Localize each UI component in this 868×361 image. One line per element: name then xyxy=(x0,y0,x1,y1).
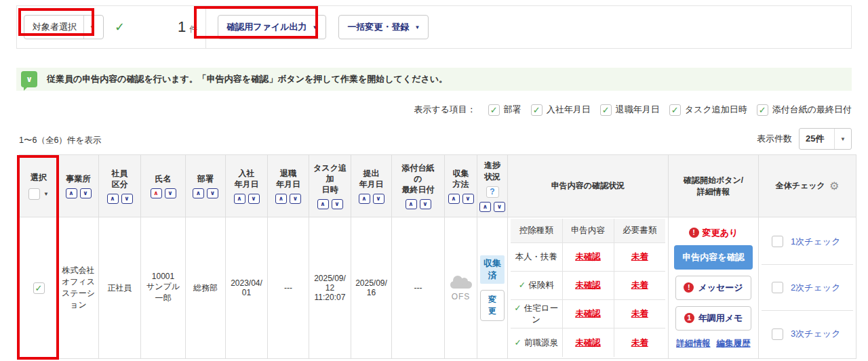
display-option-attachment-date[interactable]: ✓ 添付台紙の最終日付 xyxy=(757,104,852,116)
cloud-icon xyxy=(450,281,472,289)
sort-down-icon[interactable]: ∨ xyxy=(332,199,343,209)
col-name: 氏名 ∧∨ xyxy=(141,155,186,217)
target-select-label: 対象者選択 xyxy=(33,21,77,33)
file-export-dropdown[interactable]: 確認用ファイル出力 ▼ xyxy=(218,15,326,39)
sort-up-icon[interactable]: ∧ xyxy=(317,199,329,209)
display-option-hire-date[interactable]: ✓ 入社年月日 xyxy=(531,104,591,116)
gear-icon[interactable]: ⚙ xyxy=(829,179,839,192)
checkbox-checked[interactable]: ✓ xyxy=(488,104,500,116)
result-range-text: 1〜6（全6）件を表示 xyxy=(19,135,101,146)
sort-down-icon[interactable]: ∨ xyxy=(462,194,474,204)
row-checkbox-checked[interactable]: ✓ xyxy=(33,282,45,294)
sort-down-icon[interactable]: ∨ xyxy=(420,199,431,209)
option-label: タスク追加日時 xyxy=(685,104,747,116)
deduction-type: ✓前職源泉 xyxy=(511,328,562,357)
confirm-declaration-button[interactable]: 申告内容を確認 xyxy=(674,245,753,270)
first-check-checkbox[interactable] xyxy=(772,236,783,247)
deduction-sub-table: 控除種類 申告内容 必要書類 本人・扶養 未確認 未着 ✓保険料 未確認 未着 xyxy=(511,219,665,357)
sort-down-icon[interactable]: ∨ xyxy=(290,194,301,204)
page-size-select[interactable]: 25件 ▼ xyxy=(799,128,852,150)
col-department: 部署 ∧∨ xyxy=(186,155,226,217)
second-check-checkbox[interactable] xyxy=(772,282,783,293)
sort-up-icon-active[interactable]: ∧ xyxy=(151,188,162,198)
not-arrived-link[interactable]: 未着 xyxy=(631,338,648,347)
checkbox-checked[interactable]: ✓ xyxy=(669,104,681,116)
sort-up-icon[interactable]: ∧ xyxy=(406,199,417,209)
help-icon[interactable]: ? xyxy=(486,186,499,198)
notice-text: 従業員の申告内容の確認を行います。「申告内容を確認」ボタンを押して作業を開始して… xyxy=(47,73,448,85)
display-option-department[interactable]: ✓ 部署 xyxy=(488,104,521,116)
checkbox-checked[interactable]: ✓ xyxy=(757,104,768,116)
unconfirmed-link[interactable]: 未確認 xyxy=(575,252,601,261)
name-cell: 10001 サンプル一郎 xyxy=(141,217,186,359)
sort-down-icon[interactable]: ∨ xyxy=(121,194,133,204)
notice-collapse-icon[interactable]: ∨ xyxy=(21,71,37,87)
sort-up-icon[interactable]: ∧ xyxy=(275,194,287,204)
checkbox-checked[interactable]: ✓ xyxy=(531,104,542,116)
first-check-label[interactable]: 1次チェック xyxy=(791,236,840,248)
sort-down-icon[interactable]: ∨ xyxy=(248,194,260,204)
check-icon: ✓ xyxy=(515,338,521,347)
caret-down-icon: ▼ xyxy=(90,24,95,30)
change-button[interactable]: 変更 xyxy=(480,290,505,321)
actions-cell: ! 変更あり 申告内容を確認 ! メッセージ 1 年調用メモ 詳細情報 編集履歴 xyxy=(669,217,759,359)
sub-row-zenshoku: ✓前職源泉 未確認 未着 xyxy=(511,328,665,357)
check-icon: ✓ xyxy=(759,106,766,114)
unconfirmed-link[interactable]: 未確認 xyxy=(575,338,601,347)
sort-up-icon[interactable]: ∧ xyxy=(448,194,460,204)
caret-down-icon: ▼ xyxy=(312,24,317,30)
unconfirmed-link[interactable]: 未確認 xyxy=(575,280,601,290)
page-size-control: 表示件数 25件 ▼ xyxy=(757,128,852,150)
display-items-label: 表示する項目： xyxy=(414,104,476,116)
deduction-type: 本人・扶養 xyxy=(511,242,562,271)
sort-down-icon[interactable]: ∨ xyxy=(207,188,218,198)
option-label: 退職年月日 xyxy=(616,104,660,116)
col-overall-check: 全体チェック ⚙ xyxy=(759,155,856,217)
check-icon: ✓ xyxy=(115,20,125,35)
second-check-label[interactable]: 2次チェック xyxy=(791,282,840,294)
select-all-checkbox[interactable] xyxy=(28,188,40,200)
attachment-date-cell: --- xyxy=(392,217,445,359)
display-option-retire-date[interactable]: ✓ 退職年月日 xyxy=(600,104,660,116)
sort-down-icon[interactable]: ∨ xyxy=(494,202,505,212)
exclamation-icon: ! xyxy=(684,282,694,293)
progress-cell: 収集済 変更 xyxy=(477,217,508,359)
employee-table: 選択 ▼ 事業所 ∧∨ 社員 区分 ∧∨ 氏名 ∧∨ 部署 ∧∨ xyxy=(19,154,856,359)
bulk-change-dropdown[interactable]: 一括変更・登録 ▼ xyxy=(338,15,429,39)
sort-up-icon[interactable]: ∧ xyxy=(66,188,77,198)
target-select-dropdown[interactable]: 対象者選択 ▼ xyxy=(24,15,104,39)
sort-up-icon[interactable]: ∧ xyxy=(359,194,370,204)
check-icon: ✓ xyxy=(533,106,540,114)
third-check-label[interactable]: 3次チェック xyxy=(791,328,840,340)
sort-down-icon[interactable]: ∨ xyxy=(80,188,92,198)
third-check-checkbox[interactable] xyxy=(772,328,783,340)
sort-up-icon[interactable]: ∧ xyxy=(193,188,204,198)
message-button[interactable]: ! メッセージ xyxy=(675,276,751,300)
edit-history-link[interactable]: 編集履歴 xyxy=(717,338,751,349)
col-collection-method: 収集 方法 ∧∨ xyxy=(445,155,477,217)
sort-down-icon[interactable]: ∨ xyxy=(165,188,176,198)
option-label: 入社年月日 xyxy=(547,104,591,116)
office-cell: 株式会社オフィスステーション xyxy=(58,217,99,359)
check-icon: ✓ xyxy=(519,280,526,290)
detail-info-link[interactable]: 詳細情報 xyxy=(677,338,711,349)
not-arrived-link[interactable]: 未着 xyxy=(631,280,648,290)
checkbox-checked[interactable]: ✓ xyxy=(600,104,612,116)
collection-method-cell: OFS xyxy=(445,217,477,359)
memo-button[interactable]: 1 年調用メモ xyxy=(675,306,751,331)
not-arrived-link[interactable]: 未着 xyxy=(631,252,648,261)
count-unit: 件 xyxy=(189,24,197,35)
selected-count: 1 件 xyxy=(178,18,197,36)
display-option-task-added[interactable]: ✓ タスク追加日時 xyxy=(669,104,747,116)
sort-up-icon[interactable]: ∧ xyxy=(107,194,119,204)
not-arrived-link[interactable]: 未着 xyxy=(631,309,648,318)
deduction-type: ✓保険料 xyxy=(511,271,562,299)
unconfirmed-link[interactable]: 未確認 xyxy=(575,309,601,318)
sort-down-icon[interactable]: ∨ xyxy=(373,194,384,204)
sort-up-icon[interactable]: ∧ xyxy=(479,202,491,212)
select-all-caret-icon[interactable]: ▼ xyxy=(43,191,49,197)
sort-up-icon[interactable]: ∧ xyxy=(234,194,245,204)
col-retire-date: 退職 年月日 ∧∨ xyxy=(268,155,309,217)
divider xyxy=(83,16,84,39)
first-check-row: 1次チェック xyxy=(762,219,853,265)
